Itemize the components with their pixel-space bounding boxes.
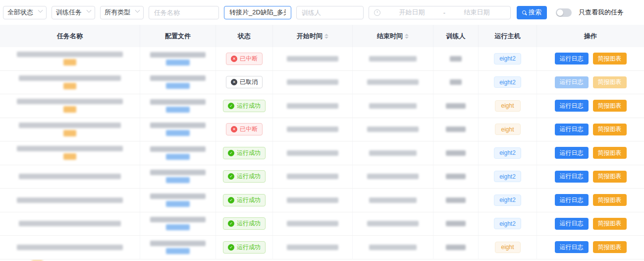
host-badge: eight2 [494, 76, 521, 88]
config-file-cell [140, 165, 216, 189]
task-search-input[interactable] [224, 6, 291, 19]
report-chart-button[interactable]: 简报图表 [593, 100, 627, 112]
start-time-cell [273, 212, 353, 236]
trainer-cell [433, 236, 479, 259]
redacted-config-link[interactable] [166, 224, 190, 230]
status-icon: ✓ [228, 173, 234, 180]
run-log-button[interactable]: 运行日志 [555, 147, 589, 159]
column-header-end-time[interactable]: 结束时间 [353, 25, 433, 47]
redacted-config-link[interactable] [166, 248, 190, 254]
table-row: ✓ 运行成功 eight 运行日志 简报图表 [0, 94, 644, 118]
status-cell: ✓ 运行成功 [216, 94, 273, 118]
date-range-picker[interactable]: 开始日期 - 结束日期 [369, 6, 511, 19]
report-chart-button[interactable]: 简报图表 [593, 218, 627, 230]
task-name-input[interactable] [149, 6, 219, 19]
start-time-cell [273, 118, 353, 141]
status-cell: ✓ 运行成功 [216, 141, 273, 165]
report-chart-button[interactable]: 简报图表 [593, 124, 627, 135]
actions-cell: 运行日志 简报图表 [537, 94, 644, 118]
task-type-filter-select[interactable]: 训练任务 [52, 6, 95, 19]
status-icon: ✕ [231, 126, 237, 132]
redacted-config-link[interactable] [166, 201, 190, 207]
status-badge: ✕ 已中断 [226, 53, 263, 65]
trainer-input[interactable] [296, 6, 364, 19]
actions-cell: 运行日志 简报图表 [537, 118, 644, 141]
run-log-button[interactable]: 运行日志 [555, 194, 589, 206]
end-time-cell [353, 189, 433, 212]
status-cell: ✓ 运行成功 [216, 165, 273, 189]
report-chart-button[interactable]: 简报图表 [593, 76, 627, 88]
start-time-cell [273, 94, 353, 118]
status-icon: ✓ [228, 150, 234, 156]
config-file-cell [140, 118, 216, 141]
host-cell: eight [479, 236, 537, 259]
trainer-cell [433, 212, 479, 236]
redacted-config-link[interactable] [166, 83, 190, 89]
report-chart-button[interactable]: 简报图表 [593, 171, 627, 183]
redacted-start-time [287, 103, 338, 109]
toggle-knob [557, 9, 563, 16]
run-log-button[interactable]: 运行日志 [555, 124, 589, 135]
actions-cell: 运行日志 简报图表 [537, 47, 644, 70]
my-tasks-toggle[interactable] [556, 8, 572, 17]
trainer-cell [433, 71, 479, 94]
status-filter-select[interactable]: 全部状态 [3, 6, 47, 19]
host-badge: eight [495, 100, 521, 112]
status-label: 运行成功 [237, 196, 261, 204]
search-button[interactable]: 搜索 [517, 6, 547, 19]
status-cell: ✕ 已取消 [216, 71, 273, 94]
actions-cell: 运行日志 简报图表 [537, 236, 644, 259]
actions-cell: 运行日志 简报图表 [537, 141, 644, 165]
redacted-config-link[interactable] [166, 130, 190, 136]
host-cell: eight2 [479, 165, 537, 189]
redacted-task-name [17, 197, 123, 203]
run-log-button[interactable]: 运行日志 [555, 241, 589, 253]
run-log-button[interactable]: 运行日志 [555, 76, 589, 88]
category-filter-select[interactable]: 所有类型 [100, 6, 144, 19]
status-cell: ✓ 运行成功 [216, 212, 273, 236]
config-file-cell [140, 189, 216, 212]
redacted-end-time [369, 56, 417, 62]
start-time-cell [273, 236, 353, 259]
end-date-placeholder: 结束日期 [448, 8, 505, 17]
redacted-trainer [450, 79, 462, 85]
redacted-config-link[interactable] [166, 107, 190, 113]
run-log-button[interactable]: 运行日志 [555, 218, 589, 230]
trainer-cell [433, 141, 479, 165]
end-time-cell [353, 141, 433, 165]
host-badge: eight2 [494, 218, 521, 229]
filter-bar: 全部状态 训练任务 所有类型 开始日期 - 结束日期 搜索 只查看我的任务 [0, 0, 644, 25]
run-log-button[interactable]: 运行日志 [555, 100, 589, 112]
table-row: ✓ 运行成功 eight2 运行日志 简报图表 [0, 141, 644, 165]
redacted-config-link[interactable] [166, 154, 190, 160]
redacted-config-link[interactable] [166, 177, 190, 183]
redacted-task-name [17, 52, 123, 57]
redacted-trainer [446, 197, 466, 203]
report-chart-button[interactable]: 简报图表 [593, 194, 627, 206]
report-chart-button[interactable]: 简报图表 [593, 241, 627, 253]
search-button-label: 搜索 [529, 8, 541, 17]
redacted-end-time [369, 150, 417, 156]
sort-icon[interactable] [324, 34, 328, 39]
report-chart-button[interactable]: 简报图表 [593, 53, 627, 65]
status-label: 已中断 [240, 55, 258, 63]
config-file-cell [140, 47, 216, 70]
status-badge: ✓ 运行成功 [223, 170, 266, 183]
host-cell: eight [479, 94, 537, 118]
run-log-button[interactable]: 运行日志 [555, 53, 589, 65]
redacted-end-time [369, 103, 417, 109]
redacted-task-name [17, 146, 123, 151]
redacted-task-name [19, 174, 121, 179]
host-cell: eight2 [479, 141, 537, 165]
status-badge: ✓ 运行成功 [223, 194, 266, 206]
column-header-start-time[interactable]: 开始时间 [273, 25, 353, 47]
status-badge: ✕ 已取消 [226, 76, 263, 88]
column-header-run-host: 运行主机 [479, 25, 537, 47]
end-time-cell [353, 47, 433, 70]
run-log-button[interactable]: 运行日志 [555, 171, 589, 183]
redacted-config-link[interactable] [166, 60, 190, 65]
report-chart-button[interactable]: 简报图表 [593, 147, 627, 159]
status-label: 运行成功 [237, 219, 261, 228]
sort-icon[interactable] [405, 34, 409, 39]
status-label: 运行成功 [237, 243, 261, 252]
